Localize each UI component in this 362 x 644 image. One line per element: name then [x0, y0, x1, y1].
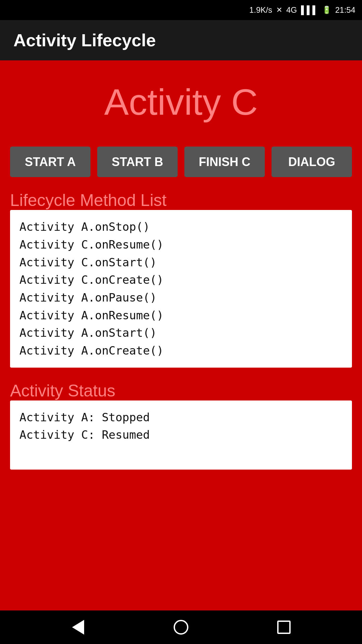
battery-icon: 🔋 [322, 6, 331, 14]
lifecycle-entry-4: Activity A.onPause() [19, 289, 343, 307]
home-icon [174, 620, 188, 635]
main-content: Activity C START A START B FINISH C DIAL… [0, 60, 362, 610]
time-display: 21:54 [335, 5, 355, 15]
nav-bar [0, 610, 362, 644]
activity-title: Activity C [10, 74, 352, 137]
app-bar: Activity Lifecycle [0, 20, 362, 60]
status-bar: 1.9K/s ✕ 4G ▌▌▌ 🔋 21:54 [0, 0, 362, 20]
lifecycle-log-box: Activity A.onStop() Activity C.onResume(… [10, 210, 352, 368]
lifecycle-entry-5: Activity A.onResume() [19, 307, 343, 324]
buttons-row: START A START B FINISH C DIALOG [10, 147, 352, 177]
lifecycle-section-header: Lifecycle Method List [10, 191, 352, 210]
app-bar-title: Activity Lifecycle [13, 30, 156, 50]
status-entry-0: Activity A: Stopped [19, 409, 343, 426]
lifecycle-entry-6: Activity A.onStart() [19, 324, 343, 342]
lifecycle-entry-7: Activity A.onCreate() [19, 342, 343, 360]
recents-button[interactable] [270, 617, 297, 637]
home-button[interactable] [168, 617, 194, 637]
finish-c-button[interactable]: FINISH C [184, 147, 265, 177]
lifecycle-entry-0: Activity A.onStop() [19, 218, 343, 236]
network-speed: 1.9K/s [249, 5, 272, 15]
status-section-header: Activity Status [10, 381, 352, 400]
no-call-icon: ✕ [276, 6, 282, 14]
lifecycle-entry-3: Activity C.onCreate() [19, 271, 343, 289]
lifecycle-section: Lifecycle Method List Activity A.onStop(… [10, 187, 352, 368]
status-entry-spacer [19, 444, 343, 462]
lifecycle-entry-1: Activity C.onResume() [19, 236, 343, 254]
recents-icon [277, 621, 291, 634]
start-b-button[interactable]: START B [97, 147, 178, 177]
signal-icon: ▌▌▌ [301, 5, 318, 15]
back-icon [72, 620, 84, 635]
network-type: 4G [286, 5, 297, 15]
status-log-box: Activity A: Stopped Activity C: Resumed [10, 400, 352, 470]
status-entry-1: Activity C: Resumed [19, 426, 343, 444]
lifecycle-entry-2: Activity C.onStart() [19, 254, 343, 271]
back-button[interactable] [65, 617, 92, 637]
status-section: Activity Status Activity A: Stopped Acti… [10, 378, 352, 470]
start-a-button[interactable]: START A [10, 147, 90, 177]
dialog-button[interactable]: DIALOG [272, 147, 352, 177]
